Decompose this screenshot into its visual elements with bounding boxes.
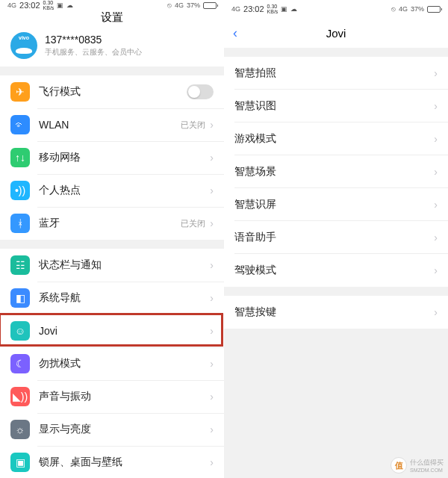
row-sound[interactable]: ◣))声音与振动› <box>0 380 224 413</box>
row-lockscreen[interactable]: ▣锁屏、桌面与壁纸› <box>0 446 224 478</box>
row-hotspot[interactable]: •))个人热点› <box>0 174 224 207</box>
row-label: 智慧场景 <box>234 165 434 179</box>
chevron-right-icon: › <box>434 67 438 79</box>
chevron-right-icon: › <box>210 391 214 403</box>
chevron-right-icon: › <box>434 100 438 112</box>
chevron-right-icon: › <box>210 292 214 304</box>
status-notif-icon: ☷ <box>10 255 30 275</box>
settings-list: ✈飞行模式ᯤWLAN已关闭›↑↓移动网络›•))个人热点›ᚼ蓝牙已关闭›☷状态栏… <box>0 75 224 478</box>
account-phone: 137****0835 <box>45 34 142 46</box>
chevron-right-icon: › <box>210 152 214 164</box>
left-screen: 4G 23:02 0.30KB/s ▣ ☁ ⦸ 4G 37% 设置 137***… <box>0 0 224 478</box>
chevron-right-icon: › <box>210 259 214 271</box>
chevron-right-icon: › <box>434 232 438 243</box>
dnd-icon: ☾ <box>10 354 30 373</box>
row-label: 智慧按键 <box>234 305 434 319</box>
row-label: 语音助手 <box>234 231 434 244</box>
camera-icon: ▣ <box>281 5 287 13</box>
row-jovi[interactable]: ☺Jovi› <box>0 314 224 347</box>
watermark-text: 什么值得买 <box>410 458 444 468</box>
row-label: 显示与亮度 <box>39 423 210 436</box>
mute-icon: ⦸ <box>167 1 172 10</box>
jovi-row[interactable]: 智慧按键› <box>224 296 448 329</box>
row-status: 已关闭 <box>181 218 205 229</box>
lockscreen-icon: ▣ <box>10 453 30 472</box>
signal-4g-icon: 4G <box>7 1 16 9</box>
chevron-right-icon: › <box>434 166 438 178</box>
chevron-right-icon: › <box>210 217 214 229</box>
nav-header: 设置 <box>0 10 224 25</box>
jovi-row[interactable]: 驾驶模式› <box>224 254 448 287</box>
jovi-row[interactable]: 智慧拍照› <box>224 57 448 90</box>
chevron-right-icon: › <box>210 119 214 131</box>
account-row[interactable]: 137****0835 手机服务、云服务、会员中心 <box>0 25 224 66</box>
watermark-badge-icon: 值 <box>391 457 407 474</box>
account-sub: 手机服务、云服务、会员中心 <box>45 47 142 58</box>
cloud-icon: ☁ <box>290 5 297 13</box>
net-icon: 4G <box>175 1 184 9</box>
jovi-row[interactable]: 智慧识屏› <box>224 188 448 221</box>
airplane-icon: ✈ <box>10 82 30 102</box>
jovi-icon: ☺ <box>10 321 30 341</box>
avatar-icon <box>10 32 37 59</box>
row-status-notif[interactable]: ☷状态栏与通知› <box>0 249 224 282</box>
row-label: WLAN <box>39 119 181 131</box>
row-sys-nav[interactable]: ◧系统导航› <box>0 282 224 314</box>
chevron-right-icon: › <box>434 199 438 211</box>
net-rate: 0.30KB/s <box>267 4 279 14</box>
watermark: 值 什么值得买 SMZDM.COM <box>391 457 444 474</box>
mobile-net-icon: ↑↓ <box>10 148 30 167</box>
jovi-row[interactable]: 智慧识图› <box>224 90 448 122</box>
chevron-right-icon: › <box>210 184 214 196</box>
chevron-right-icon: › <box>210 456 214 468</box>
nav-header: ‹ Jovi <box>224 18 448 48</box>
jovi-row[interactable]: 游戏模式› <box>224 122 448 155</box>
row-label: 移动网络 <box>39 151 210 164</box>
jovi-row[interactable]: 语音助手› <box>224 221 448 254</box>
row-label: 智慧识图 <box>234 99 434 113</box>
mute-icon: ⦸ <box>391 5 396 13</box>
row-dnd[interactable]: ☾勿扰模式› <box>0 347 224 380</box>
battery-icon <box>427 6 441 13</box>
chevron-right-icon: › <box>434 133 438 145</box>
hotspot-icon: •)) <box>10 181 30 200</box>
page-title: 设置 <box>101 10 123 25</box>
row-label: 智慧拍照 <box>234 66 434 80</box>
back-button[interactable]: ‹ <box>233 25 237 41</box>
sys-nav-icon: ◧ <box>10 288 30 308</box>
chevron-right-icon: › <box>210 423 214 435</box>
row-label: 游戏模式 <box>234 132 434 146</box>
row-label: 蓝牙 <box>39 217 181 230</box>
row-airplane[interactable]: ✈飞行模式 <box>0 75 224 108</box>
row-label: 系统导航 <box>39 291 210 305</box>
net-rate: 0.30KB/s <box>43 0 55 10</box>
jovi-row[interactable]: 智慧场景› <box>224 155 448 188</box>
row-display[interactable]: ☼显示与亮度› <box>0 413 224 446</box>
row-label: 状态栏与通知 <box>39 258 210 272</box>
watermark-site: SMZDM.COM <box>410 468 444 473</box>
chevron-right-icon: › <box>210 358 214 370</box>
cloud-icon: ☁ <box>66 1 73 9</box>
row-wlan[interactable]: ᯤWLAN已关闭› <box>0 108 224 141</box>
status-bar: 4G 23:02 0.30KB/s ▣ ☁ ⦸ 4G 37% <box>0 0 224 10</box>
status-bar: 4G 23:02 0.30KB/s ▣ ☁ ⦸ 4G 37% <box>224 0 448 18</box>
net-icon: 4G <box>399 5 408 13</box>
airplane-toggle[interactable] <box>187 84 214 99</box>
bluetooth-icon: ᚼ <box>10 214 30 233</box>
battery-pct: 37% <box>411 5 424 13</box>
row-status: 已关闭 <box>181 120 205 131</box>
chevron-right-icon: › <box>434 264 438 276</box>
row-mobile-net[interactable]: ↑↓移动网络› <box>0 141 224 174</box>
row-label: 飞行模式 <box>39 85 187 99</box>
row-bluetooth[interactable]: ᚼ蓝牙已关闭› <box>0 207 224 240</box>
row-label: 智慧识屏 <box>234 198 434 211</box>
row-label: 声音与振动 <box>39 390 210 403</box>
battery-icon <box>203 2 217 9</box>
row-label: 锁屏、桌面与壁纸 <box>39 456 210 469</box>
page-title: Jovi <box>326 27 346 40</box>
chevron-right-icon: › <box>434 306 438 318</box>
row-label: Jovi <box>39 325 210 337</box>
clock: 23:02 <box>243 4 264 13</box>
row-label: 勿扰模式 <box>39 357 210 370</box>
camera-icon: ▣ <box>57 1 63 9</box>
